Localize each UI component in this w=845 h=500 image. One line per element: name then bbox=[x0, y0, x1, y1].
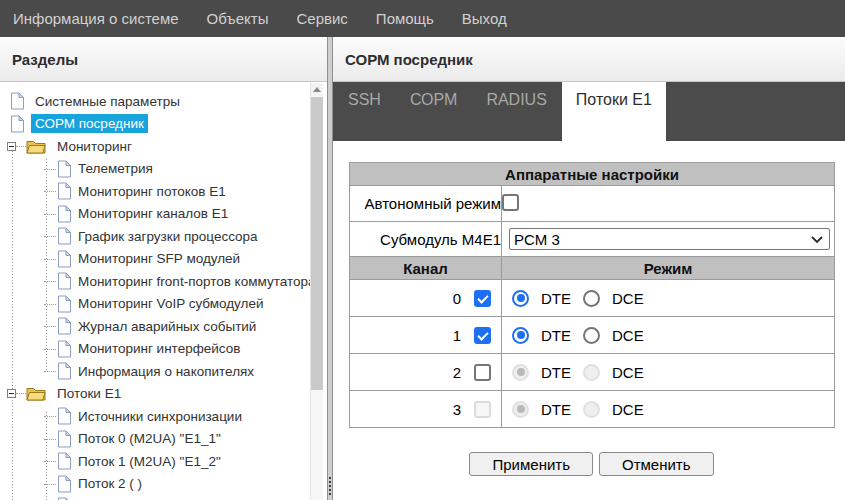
tree-item-label: Мониторинг SFP модулей bbox=[78, 251, 240, 266]
document-icon bbox=[10, 92, 25, 110]
menu-item-objects[interactable]: Объекты bbox=[193, 10, 283, 27]
tree-item-label: Потоки E1 bbox=[57, 386, 121, 401]
document-icon bbox=[57, 340, 72, 358]
apply-button[interactable]: Применить bbox=[469, 452, 593, 476]
channel-row-0: 0 DTE DCE bbox=[350, 280, 835, 317]
channel-number: 3 bbox=[453, 401, 461, 418]
action-buttons: Применить Отменить bbox=[349, 452, 834, 476]
tree-item-alarm-log[interactable]: Журнал аварийных событий bbox=[0, 315, 310, 338]
tab-radius[interactable]: RADIUS bbox=[472, 82, 560, 141]
tab-sorm[interactable]: СОРМ bbox=[396, 82, 471, 141]
submodule-select[interactable]: PCM 3 bbox=[509, 228, 830, 250]
tree-item-label: Поток 0 (M2UA) "E1_1" bbox=[78, 431, 221, 446]
tree-item-label: Мониторинг bbox=[57, 139, 132, 154]
document-icon bbox=[57, 205, 72, 223]
tree-item-cpu-load-graph[interactable]: График загрузки процессора bbox=[0, 225, 310, 248]
dce-label: DCE bbox=[612, 290, 644, 307]
dce-radio[interactable] bbox=[583, 327, 600, 344]
menu-item-help[interactable]: Помощь bbox=[362, 10, 448, 27]
tree-item-label: Журнал аварийных событий bbox=[78, 319, 256, 334]
autonomous-mode-label: Автономный режим bbox=[350, 186, 502, 222]
tree-item-telemetry[interactable]: Телеметрия bbox=[0, 158, 310, 181]
channel-number: 0 bbox=[453, 290, 461, 307]
folder-icon bbox=[26, 386, 46, 401]
hardware-settings-table: Аппаратные настройки Автономный режим Су… bbox=[349, 162, 835, 428]
tree-item-label: Системные параметры bbox=[35, 94, 180, 109]
dte-radio bbox=[512, 364, 529, 381]
tree-item-label: Поток 1 (M2UA) "E1_2" bbox=[78, 454, 221, 469]
folder-icon bbox=[26, 139, 46, 154]
dte-label: DTE bbox=[541, 364, 571, 381]
channel-number: 2 bbox=[453, 364, 461, 381]
scrollbar-up-arrow[interactable] bbox=[311, 83, 323, 96]
mode-column-header: Режим bbox=[502, 257, 835, 280]
tree-item-e1-streams-monitoring[interactable]: Мониторинг потоков E1 bbox=[0, 180, 310, 203]
tree-item-label: Информация о накопителях bbox=[78, 364, 254, 379]
cancel-button[interactable]: Отменить bbox=[599, 452, 714, 476]
tree-item-label: Источники синхронизации bbox=[78, 409, 242, 424]
table-title: Аппаратные настройки bbox=[350, 163, 835, 186]
channel-row-1: 1 DTE DCE bbox=[350, 317, 835, 354]
tree-item-label: СОРМ посредник bbox=[31, 114, 148, 133]
document-icon bbox=[57, 475, 72, 493]
tree-item-monitoring[interactable]: Мониторинг bbox=[0, 135, 310, 158]
tree-item-e1-streams-folder[interactable]: Потоки E1 bbox=[0, 383, 310, 406]
tree-item-label: Мониторинг front-портов коммутатора bbox=[78, 274, 310, 289]
tree-item-interfaces-monitoring[interactable]: Мониторинг интерфейсов bbox=[0, 338, 310, 361]
submodule-label: Субмодуль M4E1 bbox=[350, 222, 502, 257]
tree-item-e1-channels-monitoring[interactable]: Мониторинг каналов E1 bbox=[0, 203, 310, 226]
tree-item-front-ports-monitoring[interactable]: Мониторинг front-портов коммутатора bbox=[0, 270, 310, 293]
document-icon bbox=[57, 430, 72, 448]
table-row: Автономный режим bbox=[350, 186, 835, 222]
tab-e1-streams[interactable]: Потоки E1 bbox=[562, 82, 666, 141]
tree-item-stream-1[interactable]: Поток 1 (M2UA) "E1_2" bbox=[0, 450, 310, 473]
tab-ssh[interactable]: SSH bbox=[334, 82, 395, 141]
tree-item-label: Мониторинг потоков E1 bbox=[78, 184, 226, 199]
dte-radio[interactable] bbox=[512, 327, 529, 344]
tab-bar: SSH СОРМ RADIUS Потоки E1 bbox=[333, 82, 845, 141]
dte-radio bbox=[512, 401, 529, 418]
tab-content: Аппаратные настройки Автономный режим Су… bbox=[333, 141, 845, 476]
tree-item-stream-0[interactable]: Поток 0 (M2UA) "E1_1" bbox=[0, 428, 310, 451]
page-title: СОРМ посредник bbox=[333, 37, 845, 82]
document-icon bbox=[57, 272, 72, 290]
autonomous-mode-checkbox[interactable] bbox=[502, 194, 519, 211]
document-icon bbox=[57, 160, 72, 178]
channel-enable-checkbox[interactable] bbox=[474, 364, 491, 381]
tree-item-partial[interactable] bbox=[0, 495, 310, 500]
menu-item-service[interactable]: Сервис bbox=[282, 10, 361, 27]
dce-label: DCE bbox=[612, 401, 644, 418]
tree-item-sorm-proxy[interactable]: СОРМ посредник bbox=[0, 113, 310, 136]
dte-label: DTE bbox=[541, 290, 571, 307]
dce-label: DCE bbox=[612, 364, 644, 381]
tree-connector bbox=[16, 146, 26, 147]
channel-enable-checkbox[interactable] bbox=[474, 290, 491, 307]
tree-item-stream-2[interactable]: Поток 2 ( ) bbox=[0, 473, 310, 496]
channel-row-2: 2 DTE DCE bbox=[350, 354, 835, 391]
tree-item-system-params[interactable]: Системные параметры bbox=[0, 90, 310, 113]
sections-panel-title: Разделы bbox=[0, 37, 327, 82]
sections-title-text: Разделы bbox=[12, 51, 78, 68]
dte-radio[interactable] bbox=[512, 290, 529, 307]
document-icon bbox=[10, 115, 25, 133]
collapse-toggle-icon[interactable] bbox=[7, 389, 16, 398]
document-icon bbox=[57, 295, 72, 313]
menu-item-logout[interactable]: Выход bbox=[448, 10, 521, 27]
menu-item-system-info[interactable]: Информация о системе bbox=[13, 10, 193, 27]
scrollbar-thumb[interactable] bbox=[311, 97, 323, 390]
tree-item-label: График загрузки процессора bbox=[78, 229, 258, 244]
tree-item-label: Мониторинг интерфейсов bbox=[78, 341, 240, 356]
document-icon bbox=[57, 407, 72, 425]
channel-enable-checkbox[interactable] bbox=[474, 327, 491, 344]
tree-item-voip-submodules-monitoring[interactable]: Мониторинг VoIP субмодулей bbox=[0, 293, 310, 316]
dce-label: DCE bbox=[612, 327, 644, 344]
dce-radio[interactable] bbox=[583, 290, 600, 307]
tree-item-sfp-monitoring[interactable]: Мониторинг SFP модулей bbox=[0, 248, 310, 271]
document-icon bbox=[57, 250, 72, 268]
channel-enable-checkbox bbox=[474, 401, 491, 418]
tree-item-storage-info[interactable]: Информация о накопителях bbox=[0, 360, 310, 383]
tree-connector bbox=[16, 393, 26, 394]
submodule-select-wrap: PCM 3 bbox=[509, 228, 830, 250]
tree-item-sync-sources[interactable]: Источники синхронизации bbox=[0, 405, 310, 428]
collapse-toggle-icon[interactable] bbox=[7, 142, 16, 151]
